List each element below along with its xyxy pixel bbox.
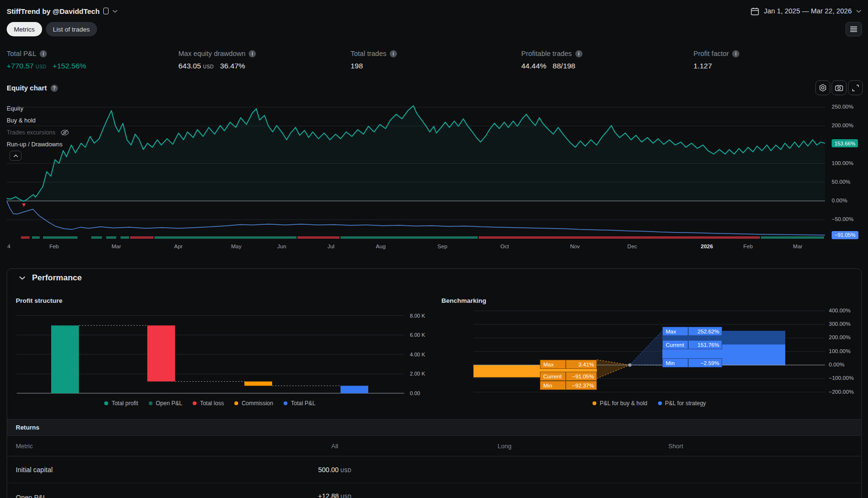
equity-chart-actions — [815, 80, 863, 95]
equity-y-axis: 250.00%200.00%100.00%50.00%0.00%−50.00%1… — [832, 98, 866, 242]
waterfall-bar-2 — [147, 325, 175, 381]
metric-value: 1.127 — [693, 62, 712, 70]
stat-key: Max — [663, 327, 689, 335]
buy-hold-line — [7, 201, 825, 235]
strategy-title-row[interactable]: StiffTrend by @DaviddTech — [7, 5, 118, 17]
info-icon[interactable]: i — [732, 50, 739, 57]
chevron-down-icon[interactable] — [112, 10, 118, 13]
lock-icon — [103, 8, 109, 14]
metric-value: 198 — [351, 62, 363, 70]
y-tick-label: −50.00% — [832, 216, 854, 222]
connector-dot — [628, 364, 632, 367]
trade-marker — [22, 203, 26, 207]
row-metric-label: Initial capital — [16, 466, 53, 474]
metric-values: +770.57USD+152.56% — [7, 62, 86, 70]
metric-max-equity-drawdown: Max equity drawdowni643.05USD36.47% — [178, 50, 256, 70]
trade-segment-green — [121, 236, 129, 239]
legend-item[interactable]: P&L for buy & hold — [593, 400, 648, 407]
metric-extra: 88/198 — [553, 62, 575, 70]
metric-values: 643.05USD36.47% — [178, 62, 256, 70]
strategy-title: StiffTrend by @DaviddTech — [7, 7, 99, 15]
info-icon[interactable]: i — [40, 50, 47, 57]
x-axis-label: Feb — [743, 243, 753, 249]
equity-plot-area[interactable] — [7, 98, 825, 242]
legend-item[interactable]: Total P&L — [284, 400, 315, 407]
y-tick-label: 2.00 K — [410, 371, 425, 376]
x-axis-label: 4 — [7, 243, 10, 249]
legend-item[interactable]: Commission — [234, 400, 273, 407]
performance-header[interactable]: Performance — [19, 273, 82, 283]
trade-segment-green — [91, 236, 102, 239]
benchmarking-plot[interactable]: Max3.41%Current−91.05%Min−92.37%Max252.6… — [473, 309, 825, 395]
legend-label: P&L for strategy — [665, 400, 706, 407]
x-axis-label: Oct — [500, 243, 509, 249]
tab-metrics[interactable]: Metrics — [7, 22, 42, 36]
y-tick-label: 100.00% — [832, 160, 853, 166]
equity-chart-title-row: Equity chart ? — [7, 84, 58, 92]
waterfall-bar-1 — [51, 325, 79, 393]
stat-value: −2.59% — [689, 359, 722, 367]
legend-item[interactable]: Total loss — [193, 400, 224, 407]
returns-column-headers: Metric All Long Short — [7, 436, 861, 456]
y-tick-label: 0.00% — [829, 362, 845, 367]
date-range-picker[interactable]: Jan 1, 2025 — Mar 22, 2026 — [750, 5, 861, 17]
list-icon — [850, 26, 857, 33]
report-layout-button[interactable] — [846, 22, 862, 36]
metric-values: 1.127 — [693, 62, 739, 70]
chevron-down-icon — [19, 276, 25, 280]
x-axis-label: Feb — [49, 243, 59, 249]
x-axis-label: May — [231, 243, 242, 249]
metric-label: Profitable tradesi — [521, 50, 582, 57]
metric-profit-factor: Profit factori1.127 — [693, 50, 739, 70]
help-icon[interactable]: ? — [51, 85, 58, 92]
profit-structure-plot[interactable]: 8.00 K6.00 K4.00 K2.00 K0.00 — [16, 310, 427, 401]
metric-label-text: Max equity drawdown — [178, 50, 245, 57]
stat-value: 252.62% — [689, 327, 722, 335]
benchmark-stat-row: Min−92.37% — [540, 381, 597, 390]
metric-value: +770.57 — [7, 62, 33, 70]
col-short: Short — [668, 443, 683, 450]
info-icon[interactable]: i — [575, 50, 582, 57]
trade-segment-green — [106, 236, 116, 239]
snapshot-button[interactable] — [832, 80, 846, 95]
camera-icon — [835, 84, 843, 91]
legend-dot — [284, 401, 287, 405]
trade-segment-red — [21, 236, 30, 239]
info-icon[interactable]: i — [249, 50, 256, 57]
profit-structure-title: Profit structure — [16, 297, 63, 304]
trade-segment-green — [43, 236, 77, 239]
metric-label: Total P&Li — [7, 50, 86, 57]
y-tick-label: 200.00% — [829, 334, 850, 340]
metric-label: Profit factori — [693, 50, 739, 57]
legend-item[interactable]: Open P&L — [149, 400, 182, 407]
col-long: Long — [498, 443, 512, 450]
date-range-text: Jan 1, 2025 — Mar 22, 2026 — [764, 7, 852, 15]
legend-dot — [193, 401, 197, 405]
returns-rows: Initial capital500.00USDOpen P&L+12.88US… — [7, 456, 861, 498]
legend-item[interactable]: P&L for strategy — [658, 400, 706, 407]
metric-value: 44.44% — [521, 62, 547, 70]
y-tick-label: 50.00% — [832, 179, 850, 185]
equity-chart-svg — [7, 98, 825, 242]
tab-list-of-trades[interactable]: List of trades — [46, 22, 97, 36]
y-tick-label: −200.00% — [829, 389, 854, 395]
returns-title: Returns — [16, 424, 39, 431]
calendar-icon — [750, 7, 759, 16]
legend-item[interactable]: Total profit — [104, 400, 138, 407]
stat-value: −91.05% — [566, 372, 596, 380]
benchmark-stat-row: Current151.76% — [662, 340, 722, 349]
trade-segment-red — [130, 236, 154, 239]
info-icon[interactable]: i — [390, 50, 397, 57]
trade-segment-green — [154, 236, 297, 239]
fullscreen-button[interactable] — [848, 80, 863, 95]
col-all: All — [331, 443, 338, 450]
stat-key: Current — [540, 372, 566, 380]
equity-x-axis: 4FebMarAprMayJunJulAugSepOctNovDec2026Fe… — [7, 243, 825, 251]
chart-settings-button[interactable] — [815, 80, 830, 95]
equity-area-fill — [7, 106, 825, 201]
value-unit: USD — [341, 494, 352, 498]
x-axis-label: Aug — [376, 243, 385, 249]
metric-label: Max equity drawdowni — [178, 50, 256, 57]
stat-value: 151.76% — [689, 341, 722, 349]
value-text: +12.88 — [318, 492, 339, 498]
